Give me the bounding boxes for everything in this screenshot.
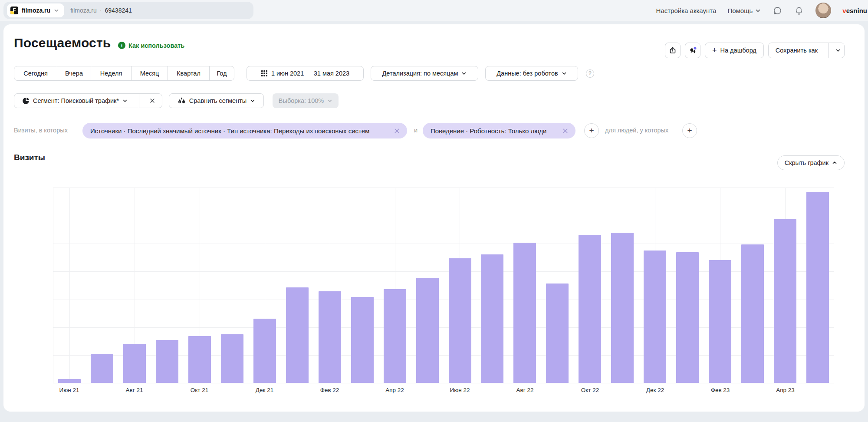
site-favicon: F	[10, 7, 18, 14]
bar-апр-22[interactable]	[384, 289, 406, 383]
bar-slot	[606, 188, 639, 383]
ai-quotes-icon	[688, 46, 697, 55]
bar-май-23[interactable]	[806, 192, 829, 383]
plus-icon: +	[687, 126, 692, 135]
bar-slot	[541, 188, 574, 383]
x-tick-label: Апр 23	[776, 387, 795, 393]
chevron-down-icon	[327, 98, 332, 103]
period-filter-row: СегодняВчераНеделяМесяцКварталГод 1 июн …	[14, 66, 594, 81]
plus-icon: +	[712, 46, 717, 54]
period-button-group: СегодняВчераНеделяМесяцКварталГод	[14, 66, 234, 81]
bar-slot	[704, 188, 736, 383]
bar-янв-23[interactable]	[676, 252, 699, 383]
bar-июн-22[interactable]	[449, 258, 471, 383]
bar-июн-21[interactable]	[58, 379, 81, 383]
bar-slot	[53, 188, 86, 383]
notifications-bell-icon[interactable]	[794, 5, 804, 16]
counter-selector[interactable]: F filmoza.ru	[7, 3, 64, 17]
plus-icon: +	[589, 126, 594, 135]
bar-slot	[118, 188, 151, 383]
bar-окт-22[interactable]	[579, 235, 601, 383]
visits-condition-label: Визиты, в которых	[14, 127, 68, 134]
people-condition-label: для людей, у которых	[605, 127, 668, 134]
bar-дек-21[interactable]	[253, 319, 276, 383]
bar-slot	[574, 188, 606, 383]
segment-pie-icon	[22, 97, 30, 105]
bar-дек-22[interactable]	[644, 251, 666, 383]
help-menu[interactable]: Помощь	[727, 7, 761, 14]
compare-segments-button[interactable]: Сравнить сегменты	[169, 93, 264, 108]
bar-ноя-21[interactable]	[221, 334, 243, 383]
x-tick-label: Июн 21	[59, 387, 79, 393]
close-icon[interactable]	[562, 128, 569, 134]
bar-сен-21[interactable]	[156, 340, 178, 383]
segment-clear-button[interactable]	[143, 94, 162, 108]
help-label: Помощь	[727, 7, 753, 14]
chat-icon[interactable]	[772, 5, 783, 16]
bar-янв-22[interactable]	[286, 287, 309, 383]
bar-slot	[769, 188, 801, 383]
bar-slot	[249, 188, 281, 383]
save-as-dropdown[interactable]	[832, 43, 844, 58]
bar-мар-22[interactable]	[351, 297, 374, 383]
chevron-down-icon	[755, 8, 761, 13]
bar-авг-21[interactable]	[123, 344, 146, 383]
period-button-6[interactable]: Год	[210, 66, 234, 80]
chevron-down-icon	[562, 71, 567, 76]
filter-chip-robots[interactable]: Поведение · Роботность: Только люди	[423, 123, 575, 138]
x-tick-label: Апр 22	[385, 387, 404, 393]
add-visit-condition-button[interactable]: +	[584, 123, 599, 138]
period-button-3[interactable]: Неделя	[91, 66, 132, 80]
bar-сен-22[interactable]	[546, 284, 569, 383]
bar-ноя-22[interactable]	[611, 233, 634, 383]
divider	[139, 94, 139, 108]
sampling-select[interactable]: Выборка: 100%	[273, 93, 339, 108]
detalization-select[interactable]: Детализация: по месяцам	[371, 66, 478, 81]
help-question-icon[interactable]: ?	[586, 69, 594, 78]
bar-июл-21[interactable]	[91, 354, 113, 383]
bar-slot	[671, 188, 704, 383]
period-button-4[interactable]: Месяц	[132, 66, 168, 80]
close-icon[interactable]	[394, 128, 400, 134]
bar-slot	[281, 188, 313, 383]
x-tick-label: Дек 21	[256, 387, 273, 393]
counter-name: filmoza.ru	[22, 7, 50, 14]
account-settings-link[interactable]: Настройка аккаунта	[656, 7, 717, 14]
bar-slot	[736, 188, 769, 383]
bar-slot	[639, 188, 671, 383]
segment-select[interactable]: Сегмент: Поисковый трафик*	[14, 93, 162, 108]
period-button-2[interactable]: Вчера	[57, 66, 91, 80]
bar-июл-22[interactable]	[481, 254, 503, 383]
add-people-condition-button[interactable]: +	[682, 123, 697, 138]
page-title: Посещаемость	[14, 36, 111, 50]
period-button-1[interactable]: Сегодня	[14, 66, 57, 80]
avatar[interactable]	[815, 3, 831, 18]
chevron-down-icon	[835, 48, 841, 53]
bar-май-22[interactable]	[416, 278, 439, 383]
date-range-button[interactable]: 1 июн 2021 — 31 мая 2023	[247, 66, 364, 81]
filter-chip-source[interactable]: Источники · Последний значимый источник …	[82, 123, 407, 138]
hide-chart-button[interactable]: Скрыть график	[777, 155, 845, 170]
username[interactable]: vesninu	[842, 7, 867, 14]
bar-окт-21[interactable]	[188, 336, 211, 383]
add-to-dashboard-button[interactable]: + На дашборд	[705, 43, 764, 58]
bar-авг-22[interactable]	[513, 243, 536, 383]
chart-plot	[53, 188, 834, 383]
info-icon: i	[118, 42, 125, 49]
bar-slot	[444, 188, 476, 383]
bar-апр-23[interactable]	[774, 219, 796, 383]
save-as-button[interactable]: Сохранить как	[768, 43, 845, 58]
counter-domain: filmoza.ru	[70, 7, 97, 14]
chevron-down-icon	[250, 98, 255, 103]
bar-slot	[378, 188, 411, 383]
chevron-up-icon	[832, 160, 837, 165]
bar-фев-22[interactable]	[319, 291, 341, 383]
ai-assistant-button[interactable]	[685, 43, 700, 58]
bar-фев-23[interactable]	[709, 260, 731, 383]
calendar-grid-icon	[261, 70, 268, 77]
export-button[interactable]	[665, 43, 681, 58]
data-mode-select[interactable]: Данные: без роботов	[485, 66, 578, 81]
how-to-use-link[interactable]: i Как использовать	[118, 42, 184, 49]
period-button-5[interactable]: Квартал	[168, 66, 210, 80]
bar-мар-23[interactable]	[741, 244, 764, 383]
